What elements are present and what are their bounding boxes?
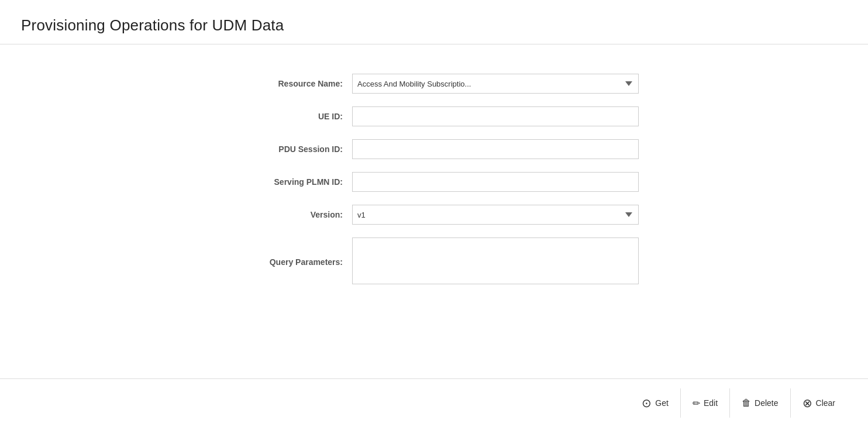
edit-label: Edit (704, 398, 718, 408)
pdu-session-id-row: PDU Session ID: (229, 139, 639, 159)
form-area: Resource Name: Access And Mobility Subsc… (0, 68, 868, 355)
get-icon (642, 396, 652, 410)
delete-button[interactable]: Delete (729, 388, 790, 418)
version-select[interactable]: v1 v2 (352, 205, 639, 225)
resource-name-label: Resource Name: (229, 79, 352, 88)
serving-plmn-id-control (352, 172, 639, 192)
get-button[interactable]: Get (630, 388, 680, 418)
version-row: Version: v1 v2 (229, 205, 639, 225)
pdu-session-id-control (352, 139, 639, 159)
get-label: Get (655, 398, 669, 408)
version-control: v1 v2 (352, 205, 639, 225)
ue-id-input[interactable] (352, 106, 639, 126)
clear-icon (802, 396, 812, 410)
clear-button[interactable]: Clear (790, 388, 847, 418)
clear-label: Clear (816, 398, 835, 408)
footer-buttons-group: Get Edit Delete Clear (630, 388, 847, 418)
page-title: Provisioning Operations for UDM Data (21, 16, 847, 35)
query-parameters-row: Query Parameters: (229, 237, 639, 287)
ue-id-row: UE ID: (229, 106, 639, 126)
serving-plmn-id-input[interactable] (352, 172, 639, 192)
resource-name-control: Access And Mobility Subscriptio... Sessi… (352, 74, 639, 94)
serving-plmn-id-row: Serving PLMN ID: (229, 172, 639, 192)
serving-plmn-id-label: Serving PLMN ID: (229, 177, 352, 187)
query-parameters-label: Query Parameters: (229, 257, 352, 267)
edit-icon (693, 398, 700, 409)
page-container: Provisioning Operations for UDM Data Res… (0, 0, 868, 427)
page-content: Resource Name: Access And Mobility Subsc… (0, 44, 868, 378)
footer-bar: Get Edit Delete Clear (0, 378, 868, 427)
ue-id-label: UE ID: (229, 112, 352, 121)
ue-id-control (352, 106, 639, 126)
pdu-session-id-input[interactable] (352, 139, 639, 159)
edit-button[interactable]: Edit (680, 388, 729, 418)
version-label: Version: (229, 210, 352, 219)
pdu-session-id-label: PDU Session ID: (229, 144, 352, 154)
query-parameters-control (352, 237, 639, 287)
delete-label: Delete (755, 398, 778, 408)
resource-name-select[interactable]: Access And Mobility Subscriptio... Sessi… (352, 74, 639, 94)
resource-name-row: Resource Name: Access And Mobility Subsc… (229, 74, 639, 94)
query-parameters-textarea[interactable] (352, 237, 639, 284)
page-header: Provisioning Operations for UDM Data (0, 0, 868, 44)
delete-icon (742, 398, 751, 408)
